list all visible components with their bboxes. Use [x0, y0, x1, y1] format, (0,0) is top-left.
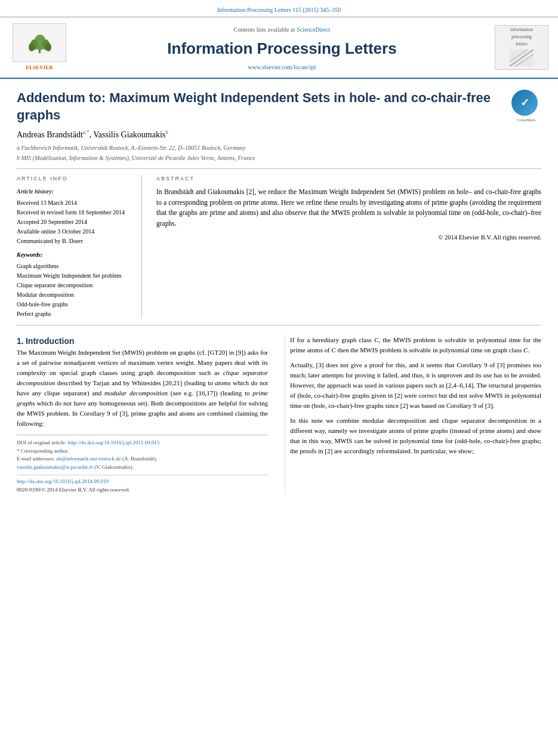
- logo-right-text: informationprocessingletters: [507, 24, 536, 71]
- article-container: Addendum to: Maximum Weight Independent …: [0, 79, 558, 506]
- crossmark-badge: ✓ CrossMark: [511, 90, 541, 124]
- article-info-heading: ARTICLE INFO: [17, 175, 132, 183]
- author-a-sup: a,*: [83, 130, 90, 136]
- email-vg-link[interactable]: vassilis.giakoumakis@u-picardie.fr: [17, 464, 93, 470]
- keywords-label: Keywords:: [17, 250, 132, 259]
- elsevier-tree-icon: [23, 29, 56, 56]
- authors-line: Andreas Brandstädta,*, Vassilis Giakouma…: [17, 128, 541, 141]
- affiliation-b: b MIS (Modélisation, Information & Systè…: [17, 153, 541, 162]
- affiliation-a: a Fachbereich Informatik, Universität Ro…: [17, 143, 541, 152]
- author-a-name: Andreas Brandstädt: [17, 130, 83, 139]
- keyword-1: Graph algorithms: [17, 262, 132, 271]
- article-doi-link[interactable]: http://dx.doi.org/10.1016/j.ipl.2014.09.…: [17, 478, 109, 484]
- corresponding-note: * Corresponding author.: [17, 447, 268, 456]
- journal-title-main: Information Processing Letters: [75, 37, 489, 60]
- logo-right-icon: [510, 50, 534, 66]
- journal-banner: ELSEVIER Contents lists available at Sci…: [0, 17, 558, 79]
- sciencedirect-link[interactable]: ScienceDirect: [297, 26, 330, 33]
- intro-section-title: 1. Introduction: [17, 335, 268, 348]
- doi-line: DOI of original article: http://dx.doi.o…: [17, 439, 268, 447]
- right-para3: Actually, [3] does not give a proof for …: [290, 360, 541, 411]
- keyword-4: Modular decomposition: [17, 290, 132, 299]
- author-separator: , Vassilis Giakoumakis: [90, 130, 166, 139]
- issn-line: 0020-0190/© 2014 Elsevier B.V. All right…: [17, 486, 268, 494]
- email-line: E-mail addresses: ab@informatik.uni-rost…: [17, 455, 268, 471]
- section-title-text: Introduction: [26, 336, 75, 346]
- received-revised-date: Received in revised form 18 September 20…: [17, 208, 132, 217]
- right-para2: If for a hereditary graph class C, the M…: [290, 335, 541, 355]
- article-info-col: ARTICLE INFO Article history: Received 1…: [17, 175, 142, 319]
- abstract-col: ABSTRACT In Brandstädt and Giakoumakis […: [156, 175, 541, 319]
- body-col-right: If for a hereditary graph class C, the M…: [285, 335, 541, 494]
- elsevier-label: ELSEVIER: [26, 64, 53, 72]
- footer-bottom: http://dx.doi.org/10.1016/j.ipl.2014.09.…: [17, 475, 268, 494]
- available-date: Available online 3 October 2014: [17, 227, 132, 236]
- accepted-date: Accepted 20 September 2014: [17, 217, 132, 226]
- crossmark-label: CrossMark: [511, 117, 541, 124]
- keyword-6: Perfect graphs: [17, 309, 132, 318]
- banner-logo-right: informationprocessingletters: [495, 25, 548, 70]
- communicated-by: Communicated by B. Doerr: [17, 236, 132, 245]
- contents-line: Contents lists available at ScienceDirec…: [75, 23, 489, 35]
- divider-after-abstract: [17, 325, 541, 325]
- abstract-heading: ABSTRACT: [156, 175, 541, 183]
- banner-center: Contents lists available at ScienceDirec…: [75, 23, 489, 72]
- email-ab-link[interactable]: ab@informatik.uni-rostock.de: [56, 456, 121, 462]
- info-abstract-section: ARTICLE INFO Article history: Received 1…: [17, 175, 541, 319]
- keyword-5: Odd-hole-free graphs: [17, 300, 132, 309]
- history-label: Article history:: [17, 187, 132, 196]
- abstract-text: In Brandstädt and Giakoumakis [2], we re…: [156, 187, 541, 229]
- right-para4: In this note we combine modular decompos…: [290, 416, 541, 456]
- article-title-section: Addendum to: Maximum Weight Independent …: [17, 90, 541, 124]
- journal-url[interactable]: www.elsevier.com/locate/ipl: [75, 63, 489, 72]
- section-number: 1.: [17, 336, 24, 346]
- doi-label: DOI of original article:: [17, 440, 66, 445]
- elsevier-logo-img: [13, 23, 66, 62]
- divider-after-authors: [17, 168, 541, 169]
- doi-link[interactable]: http://dx.doi.org/10.1016/j.ipl.2011.09.…: [67, 440, 159, 445]
- banner-logo-left: ELSEVIER: [10, 23, 69, 72]
- body-col-left: 1. Introduction The Maximum Weight Indep…: [17, 335, 273, 494]
- main-body: 1. Introduction The Maximum Weight Indep…: [17, 335, 541, 494]
- svg-point-4: [29, 43, 35, 51]
- journal-ref: Information Processing Letters 115 (2015…: [217, 7, 341, 13]
- keyword-2: Maximum Weight Independent Set problem: [17, 271, 132, 280]
- copyright-line: © 2014 Elsevier B.V. All rights reserved…: [156, 233, 541, 242]
- keyword-3: Clique separator decomposition: [17, 281, 132, 290]
- top-header: Information Processing Letters 115 (2015…: [0, 0, 558, 17]
- email-ab-name: (A. Brandstädt),: [122, 456, 157, 462]
- crossmark-icon: ✓: [511, 90, 538, 116]
- footer-section: DOI of original article: http://dx.doi.o…: [17, 435, 268, 471]
- intro-para1: The Maximum Weight Independent Set (MWIS…: [17, 348, 268, 429]
- svg-point-5: [45, 43, 51, 51]
- body-two-col: 1. Introduction The Maximum Weight Indep…: [17, 335, 541, 494]
- email-vg-name: (V. Giakoumakis).: [94, 464, 134, 470]
- received-date: Received 13 March 2014: [17, 198, 132, 207]
- author-b-sup: b: [165, 130, 168, 136]
- email-label: E-mail addresses:: [17, 456, 55, 462]
- article-title: Addendum to: Maximum Weight Independent …: [17, 90, 505, 124]
